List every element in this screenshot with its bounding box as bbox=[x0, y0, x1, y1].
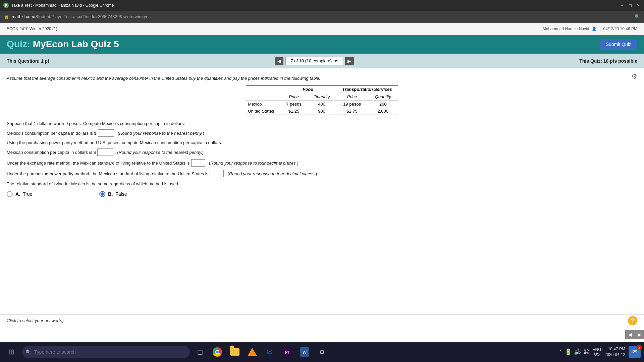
data-table: Food Transportation Services Price Quant… bbox=[246, 85, 398, 115]
taskbar-date: 2020-04-12 bbox=[605, 352, 625, 358]
taskbar-chrome-button[interactable] bbox=[210, 345, 225, 359]
task-view-icon: ◫ bbox=[197, 348, 203, 356]
scroll-right-button[interactable]: ▶ bbox=[635, 330, 644, 339]
taskbar-search-wrap: 🔍 bbox=[22, 346, 190, 358]
restore-button[interactable]: ◻ bbox=[628, 3, 633, 8]
mexico-consumption-input[interactable] bbox=[98, 129, 114, 137]
app-header-right: Mohammad Hamza Navid 👤 | 04/12/20 10:46 … bbox=[543, 26, 637, 31]
chrome-icon bbox=[213, 347, 222, 357]
option-a-radio[interactable] bbox=[7, 191, 13, 197]
taskbar: ⊞ 🔍 ◫ ✉ Pr W ⚙ ⌃ 🔋 bbox=[0, 342, 644, 362]
lock-icon: 🔒 bbox=[4, 14, 9, 19]
scroll-arrows: ◀ ▶ bbox=[625, 330, 644, 339]
premiere-icon: Pr bbox=[282, 347, 292, 357]
next-question-button[interactable]: ▶ bbox=[345, 57, 354, 65]
course-label: ECON 2410 Winter 2020 (1) bbox=[7, 26, 57, 31]
option-a[interactable]: A. True bbox=[7, 191, 32, 197]
minimize-button[interactable]: − bbox=[620, 3, 625, 8]
notification-button[interactable]: ✉ 2 bbox=[629, 346, 641, 358]
us-label: United States bbox=[246, 108, 280, 115]
line1-suffix: . (Round your response to the nearest pe… bbox=[115, 131, 204, 136]
answer-line-4: Under the purchasing power parity method… bbox=[7, 170, 637, 177]
taskbar-premiere-button[interactable]: Pr bbox=[280, 345, 294, 359]
option-a-letter: A. bbox=[15, 191, 20, 197]
volume-icon[interactable]: 🔊 bbox=[574, 348, 581, 356]
food-qty-col: Quantity bbox=[308, 93, 336, 101]
dropdown-icon[interactable]: ▼ bbox=[334, 58, 338, 63]
notification-icon: ✉ bbox=[632, 348, 637, 356]
food-price-col: Price bbox=[280, 93, 308, 101]
us-food-qty: 900 bbox=[308, 108, 336, 115]
suppose-text: Suppose that 1 dollar is worth 9 pesos. … bbox=[7, 121, 637, 126]
quiz-header: Quiz: MyEcon Lab Quiz 5 Submit Quiz bbox=[0, 35, 644, 54]
battery-icon: 🔋 bbox=[565, 348, 572, 356]
question-indicator: 7 of 10 (10 complete) ▼ bbox=[285, 57, 343, 65]
settings-gear-icon[interactable]: ⚙ bbox=[631, 72, 637, 80]
line5-text: The relative standard of living for Mexi… bbox=[7, 181, 637, 186]
option-b[interactable]: B. False bbox=[99, 191, 127, 197]
quiz-name: MyEcon Lab Quiz 5 bbox=[33, 39, 119, 49]
system-tray: ⌃ 🔋 🔊 ⌘ bbox=[558, 348, 589, 356]
line3-suffix: . (Round your response to four decimal p… bbox=[207, 161, 299, 166]
main-content: ⚙ Assume that the average consumer in Me… bbox=[0, 68, 644, 207]
line1-prefix: Mexico's consumption per capita in dolla… bbox=[7, 131, 97, 136]
transport-price-col: Price bbox=[336, 93, 368, 101]
address-bar: 🔒 mathxl.com/Student/PlayerTest.aspx?tes… bbox=[0, 11, 644, 23]
line4-suffix: . (Round your response to four decimal p… bbox=[225, 171, 317, 176]
scroll-left-button[interactable]: ◀ bbox=[625, 330, 635, 339]
help-button[interactable]: ? bbox=[628, 316, 637, 325]
radio-options: A. True B. False bbox=[7, 191, 637, 197]
us-trans-qty: 2,000 bbox=[368, 108, 398, 115]
app-header: ECON 2410 Winter 2020 (1) Mohammad Hamza… bbox=[0, 23, 644, 35]
taskbar-clock: 10:47 PM 2020-04-12 bbox=[605, 346, 625, 358]
bottom-bar: Click to select your answer(s). ? bbox=[0, 314, 644, 326]
user-name: Mohammad Hamza Navid bbox=[543, 26, 589, 31]
taskbar-right: ⌃ 🔋 🔊 ⌘ ENG US 10:47 PM 2020-04-12 ✉ 2 bbox=[558, 346, 641, 358]
food-header: Food bbox=[280, 86, 336, 93]
taskbar-vlc-button[interactable] bbox=[245, 345, 260, 359]
address-text[interactable]: mathxl.com/Student/PlayerTest.aspx?testI… bbox=[12, 14, 151, 19]
answer-line-1: Mexico's consumption per capita in dolla… bbox=[7, 129, 637, 137]
mexico-trans-qty: 260 bbox=[368, 101, 398, 108]
mail-icon: ✉ bbox=[267, 348, 273, 356]
us-trans-price: $2.75 bbox=[336, 108, 368, 115]
taskbar-settings-button[interactable]: ⚙ bbox=[315, 345, 329, 359]
prev-question-button[interactable]: ◀ bbox=[275, 57, 283, 65]
us-food-price: $1.25 bbox=[280, 108, 308, 115]
chevron-up-icon[interactable]: ⌃ bbox=[558, 349, 562, 355]
line2-intro: Using the purchasing power parity method… bbox=[7, 140, 637, 145]
close-button[interactable]: ✕ bbox=[636, 3, 641, 8]
mexican-ppp-consumption-input[interactable] bbox=[97, 148, 113, 156]
submit-quiz-button[interactable]: Submit Quiz bbox=[600, 39, 637, 50]
ppp-standard-input[interactable] bbox=[210, 170, 224, 177]
option-b-text: False bbox=[115, 191, 127, 197]
quiz-title: Quiz: MyEcon Lab Quiz 5 bbox=[7, 39, 119, 50]
answer-line-3: Under the exchange rate method, the Mexi… bbox=[7, 159, 637, 167]
exchange-rate-standard-input[interactable] bbox=[191, 159, 205, 167]
table-row: United States $1.25 900 $2.75 2,000 bbox=[246, 108, 398, 115]
option-b-radio[interactable] bbox=[99, 191, 105, 197]
language-indicator: ENG US bbox=[593, 347, 601, 357]
taskbar-word-button[interactable]: W bbox=[297, 345, 312, 359]
start-button[interactable]: ⊞ bbox=[3, 344, 19, 360]
address-search-icon[interactable]: 🔍 bbox=[635, 14, 640, 19]
question-intro: Assume that the average consumer in Mexi… bbox=[7, 76, 637, 81]
settings-icon: ⚙ bbox=[317, 347, 327, 357]
question-nav-bar: This Question: 1 pt ◀ 7 of 10 (10 comple… bbox=[0, 54, 644, 68]
taskbar-mail-button[interactable]: ✉ bbox=[262, 345, 277, 359]
transport-qty-col: Quantity bbox=[368, 93, 398, 101]
quiz-label: Quiz: bbox=[7, 39, 30, 49]
question-points-label: This Question: 1 pt bbox=[7, 58, 49, 64]
folder-icon bbox=[230, 348, 239, 356]
taskbar-search-input[interactable] bbox=[22, 346, 190, 358]
task-view-button[interactable]: ◫ bbox=[193, 345, 207, 359]
taskbar-files-button[interactable] bbox=[227, 345, 242, 359]
windows-logo-icon: ⊞ bbox=[8, 348, 14, 356]
mexico-trans-price: 19 pesos bbox=[336, 101, 368, 108]
notification-badge: 2 bbox=[637, 345, 642, 350]
title-bar: P Take a Test - Mohammad Hamza Navid - G… bbox=[0, 0, 644, 11]
wifi-icon[interactable]: ⌘ bbox=[583, 348, 589, 356]
line2-prefix: Mexican consumption per capita in dollar… bbox=[7, 150, 96, 155]
transport-header: Transportation Services bbox=[336, 86, 398, 93]
mexico-food-price: 7 pesos bbox=[280, 101, 308, 108]
